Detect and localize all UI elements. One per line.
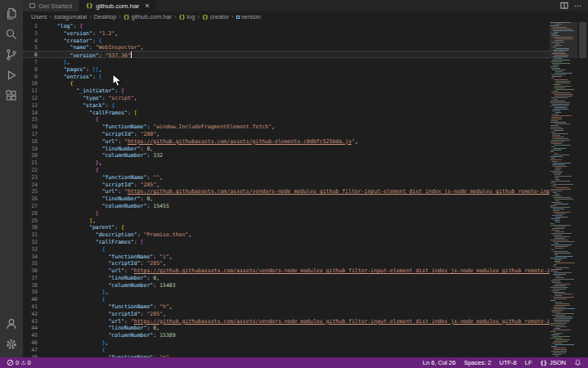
code-line-40[interactable]: { bbox=[51, 296, 550, 303]
code-line-32[interactable]: "callFrames": [ bbox=[51, 239, 550, 246]
line-number[interactable]: 32 bbox=[23, 239, 43, 246]
code-line-20[interactable]: "columnNumber": 332 bbox=[51, 152, 550, 159]
code-line-13[interactable]: "stack": { bbox=[51, 102, 550, 110]
line-number[interactable]: 40 bbox=[23, 296, 43, 303]
line-number[interactable]: 47 bbox=[23, 347, 43, 354]
activity-bar-item-search[interactable] bbox=[0, 24, 23, 44]
line-number[interactable]: 20 bbox=[23, 152, 43, 159]
code-line-21[interactable]: }, bbox=[51, 159, 550, 167]
activity-bar-item-run-debug[interactable] bbox=[0, 65, 23, 85]
line-number[interactable]: 43 bbox=[23, 318, 43, 325]
code-line-30[interactable]: "parent": { bbox=[51, 224, 550, 231]
code-line-2[interactable]: "log": { bbox=[51, 23, 550, 30]
line-number[interactable]: 34 bbox=[23, 254, 43, 261]
line-number[interactable]: 8 bbox=[23, 66, 43, 74]
line-number[interactable]: 12 bbox=[23, 95, 43, 102]
code-line-35[interactable]: "scriptId": "285", bbox=[51, 260, 550, 267]
code-line-46[interactable]: }, bbox=[51, 339, 550, 347]
breadcrumb-item-log[interactable]: {}log bbox=[179, 13, 195, 20]
activity-bar-item-explorer[interactable] bbox=[0, 3, 23, 24]
line-numbers-gutter[interactable]: 2345678910111213141516171819202122232425… bbox=[23, 23, 43, 357]
line-number[interactable]: 46 bbox=[23, 339, 43, 347]
code-line-31[interactable]: "description": "Promise.then", bbox=[51, 231, 550, 239]
code-line-45[interactable]: "columnNumber": 15389 bbox=[51, 332, 550, 339]
code-line-19[interactable]: "lineNumber": 0, bbox=[51, 146, 550, 153]
line-number[interactable]: 45 bbox=[23, 332, 43, 339]
line-number[interactable]: 36 bbox=[23, 267, 43, 275]
code-line-4[interactable]: "creator": { bbox=[51, 38, 550, 45]
code-line-14[interactable]: "callFrames": [ bbox=[51, 110, 550, 117]
code-line-29[interactable]: ], bbox=[51, 218, 550, 225]
code-line-6[interactable]: "version": "537.36" bbox=[51, 52, 550, 59]
vertical-scrollbar[interactable] bbox=[577, 22, 588, 357]
line-number[interactable]: 39 bbox=[23, 289, 43, 296]
line-number[interactable]: 19 bbox=[23, 146, 43, 153]
code-line-26[interactable]: "lineNumber": 0, bbox=[51, 195, 550, 203]
code-area[interactable]: "log": { "version": "1.2", "creator": { … bbox=[51, 23, 550, 357]
code-line-44[interactable]: "lineNumber": 0, bbox=[51, 325, 550, 332]
tab-github-com-har[interactable]: {}github.com.har× bbox=[79, 0, 157, 11]
code-line-15[interactable]: { bbox=[51, 116, 550, 123]
line-number[interactable]: 44 bbox=[23, 325, 43, 332]
code-line-41[interactable]: "functionName": "h", bbox=[51, 303, 550, 311]
code-line-34[interactable]: "functionName": "i", bbox=[51, 254, 550, 261]
line-number[interactable]: 37 bbox=[23, 275, 43, 282]
code-line-23[interactable]: "functionName": "", bbox=[51, 174, 550, 182]
line-number[interactable]: 23 bbox=[23, 174, 43, 182]
code-line-18[interactable]: "url": "https://github.githubassets.com/… bbox=[51, 138, 550, 146]
code-line-12[interactable]: "type": "script", bbox=[51, 95, 550, 102]
line-number[interactable]: 26 bbox=[23, 195, 43, 203]
line-number[interactable]: 24 bbox=[23, 182, 43, 189]
cursor-position[interactable]: Ln 6, Col 26 bbox=[423, 359, 456, 366]
line-number[interactable]: 9 bbox=[23, 74, 43, 81]
code-line-37[interactable]: "lineNumber": 0, bbox=[51, 275, 550, 282]
language-mode[interactable]: {} JSON bbox=[541, 359, 566, 366]
activity-bar-item-extensions[interactable] bbox=[0, 85, 23, 105]
code-line-16[interactable]: "functionName": "window.IncludeFragmentE… bbox=[51, 123, 550, 131]
line-number[interactable]: 17 bbox=[23, 131, 43, 138]
eol-indicator[interactable]: LF bbox=[525, 359, 532, 366]
code-line-5[interactable]: "name": "WebInspector", bbox=[51, 44, 550, 52]
breadcrumb-item-version[interactable]: version bbox=[236, 13, 261, 20]
notifications-bell[interactable] bbox=[574, 359, 581, 366]
encoding-indicator[interactable]: UTF-8 bbox=[500, 359, 517, 366]
code-line-33[interactable]: { bbox=[51, 246, 550, 254]
line-number[interactable]: 35 bbox=[23, 260, 43, 267]
line-number[interactable]: 22 bbox=[23, 167, 43, 174]
line-number[interactable]: 4 bbox=[23, 38, 43, 45]
code-line-47[interactable]: { bbox=[51, 347, 550, 354]
close-icon[interactable]: × bbox=[145, 2, 149, 9]
activity-bar-item-source-control[interactable] bbox=[0, 44, 23, 65]
code-line-36[interactable]: "url": "https://github.githubassets.com/… bbox=[51, 267, 550, 275]
line-number[interactable]: 33 bbox=[23, 246, 43, 254]
code-line-27[interactable]: "columnNumber": 15455 bbox=[51, 203, 550, 210]
line-number[interactable]: 3 bbox=[23, 30, 43, 38]
code-line-9[interactable]: "entries": [ bbox=[51, 74, 550, 81]
line-number[interactable]: 7 bbox=[23, 59, 43, 66]
code-line-17[interactable]: "scriptId": "280", bbox=[51, 131, 550, 138]
line-number[interactable]: 14 bbox=[23, 110, 43, 117]
code-line-24[interactable]: "scriptId": "285", bbox=[51, 182, 550, 189]
activity-bar-item-settings[interactable] bbox=[0, 334, 23, 354]
breadcrumb-item-desktop[interactable]: Desktop bbox=[94, 13, 117, 20]
code-line-3[interactable]: "version": "1.2", bbox=[51, 30, 550, 38]
line-number[interactable]: 29 bbox=[23, 218, 43, 225]
breadcrumb-item-users[interactable]: Users bbox=[31, 13, 47, 20]
line-number[interactable]: 18 bbox=[23, 138, 43, 146]
line-number[interactable]: 38 bbox=[23, 282, 43, 289]
breadcrumb-item-creator[interactable]: {}creator bbox=[202, 13, 229, 20]
code-line-8[interactable]: "pages": [], bbox=[51, 66, 550, 74]
line-number[interactable]: 27 bbox=[23, 203, 43, 210]
code-line-42[interactable]: "scriptId": "285", bbox=[51, 311, 550, 318]
line-number[interactable]: 41 bbox=[23, 303, 43, 311]
line-number[interactable]: 5 bbox=[23, 44, 43, 52]
more-actions-button[interactable]: ⋯ bbox=[574, 2, 581, 10]
minimap-slider[interactable] bbox=[550, 22, 577, 58]
indentation-indicator[interactable]: Spaces: 2 bbox=[464, 359, 491, 366]
code-line-28[interactable]: } bbox=[51, 210, 550, 218]
line-number[interactable]: 25 bbox=[23, 188, 43, 195]
line-number[interactable]: 21 bbox=[23, 159, 43, 167]
code-line-43[interactable]: "url": "https://github.githubassets.com/… bbox=[51, 318, 550, 325]
activity-bar-item-accounts[interactable] bbox=[0, 313, 23, 334]
line-number[interactable]: 42 bbox=[23, 311, 43, 318]
